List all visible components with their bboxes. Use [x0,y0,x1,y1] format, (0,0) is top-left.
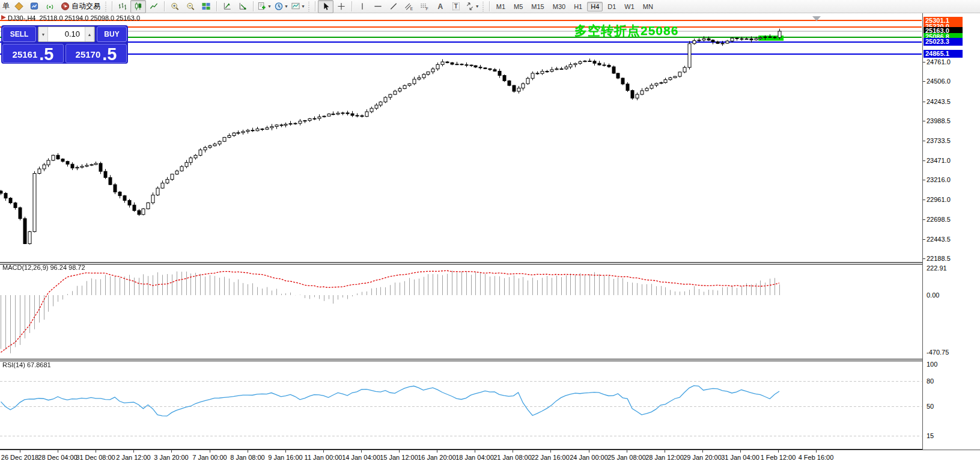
fibonacci-button[interactable]: F [417,0,433,13]
hline-icon [373,2,383,11]
template-button[interactable]: ▼ [290,0,306,13]
timeframe-mn[interactable]: MN [639,2,657,11]
price-tick-label: 22698.5 [927,216,951,223]
signals-button[interactable] [42,0,58,13]
rsi-tick-label: 15 [927,432,934,439]
trendline-button[interactable] [386,0,401,13]
add-indicator-icon [257,2,267,11]
time-tick-label: 15 Jan 12:00 [380,454,418,461]
time-tick-mark [210,450,210,453]
one-click-trading-panel: SELL ▼ 0.10 ▲ BUY 25161 .5 25170 .5 [1,25,128,64]
market-watch-button[interactable] [26,0,42,13]
buy-price-pips: .5 [102,46,117,62]
add-indicator-button[interactable]: ▼ [256,0,273,13]
time-tick-mark [58,450,58,453]
period-button[interactable]: ▼ [273,0,290,13]
template-icon [291,2,300,11]
price-tick-mark [923,141,925,141]
buy-button[interactable]: BUY [97,26,127,42]
macd-tick-label: 0.00 [927,292,939,299]
time-tick-mark [96,450,96,453]
sell-button[interactable]: SELL [2,26,36,42]
ohlc-values: 25118.0 25194.0 25098.0 25163.0 [40,14,140,22]
buy-price-main: 25170 [76,47,101,62]
order-button[interactable]: 单 [2,1,10,11]
timeframe-m15[interactable]: M15 [528,2,547,11]
timeframe-m1[interactable]: M1 [493,2,509,11]
bar-chart-button[interactable] [115,0,130,13]
horizontal-line-button[interactable] [370,0,386,13]
price-tick-label: 24243.5 [927,98,951,105]
chevron-down-icon[interactable]: ▼ [475,4,479,8]
indicator-window-icon [222,2,232,11]
candlestick-chart-button[interactable] [130,0,146,13]
timeframe-m30[interactable]: M30 [549,2,569,11]
cursor-button[interactable] [318,0,333,13]
time-tick-mark [248,450,248,453]
main-toolbar: 单 自动交易 [0,0,980,13]
toolbar-separator [489,1,490,11]
svg-text:E: E [410,7,413,11]
svg-text:F: F [426,7,428,11]
autotrading-button[interactable]: 自动交易 [58,0,103,13]
sell-price-pips: .5 [39,46,53,62]
indicator-cursor-button[interactable] [235,0,251,13]
zoom-in-button[interactable] [167,0,183,13]
time-tick-mark [778,450,779,453]
mt4-terminal: 单 自动交易 [0,0,980,464]
price-level-badge: 25023.3 [924,38,963,46]
arrows-icon [465,2,475,11]
indicator-window-button[interactable] [219,0,235,13]
timeframe-m5[interactable]: M5 [510,2,526,11]
toolbar-separator [253,1,254,11]
text-button[interactable]: A [433,0,448,13]
volume-increase-button[interactable]: ▲ [85,27,94,41]
time-tick-label: 28 Dec 04:00 [38,454,77,461]
vertical-line-button[interactable] [355,0,370,13]
tile-windows-button[interactable] [198,0,214,13]
time-tick-label: 9 Jan 16:00 [268,454,303,461]
indicator-cursor-icon [238,2,248,11]
pivot-annotation: 多空转折点25086 [574,22,678,39]
time-axis[interactable]: 26 Dec 201828 Dec 04:0031 Dec 08:002 Jan… [0,450,980,464]
timeframe-h1[interactable]: H1 [570,2,586,11]
price-level-badge: 24865.1 [924,50,963,58]
channel-button[interactable]: E [401,0,417,13]
chart-area[interactable] [0,13,923,450]
textbox-icon: T [452,2,460,10]
time-tick-mark [399,450,400,453]
sell-price[interactable]: 25161 .5 [2,44,64,63]
zoom-out-button[interactable] [183,0,198,13]
rsi-tick-label: 100 [927,361,937,368]
new-order-icon [14,2,23,11]
time-tick-mark [665,450,665,453]
line-chart-button[interactable] [146,0,162,13]
chevron-down-icon[interactable]: ▼ [301,4,305,8]
time-tick-mark [589,450,589,453]
symbol-period-label: DJ30-,H4 [8,14,35,22]
timeframe-w1[interactable]: W1 [621,2,638,11]
time-tick-mark [816,450,817,453]
chevron-down-icon[interactable]: ▼ [267,4,272,8]
market-watch-icon [29,2,39,11]
text-label-button[interactable]: T [448,0,464,13]
volume-decrease-button[interactable]: ▼ [38,27,48,41]
chevron-down-icon[interactable]: ▼ [284,4,288,8]
crosshair-button[interactable] [333,0,349,13]
new-order-button[interactable] [11,0,26,13]
time-tick-label: 8 Jan 08:00 [230,454,265,461]
arrows-button[interactable]: ▼ [464,0,481,13]
timeframe-h4[interactable]: H4 [587,2,603,11]
timeframe-d1[interactable]: D1 [604,2,619,11]
price-axis[interactable]: 24761.024506.024243.523988.523733.523471… [922,13,980,450]
toolbar-grip [105,2,108,11]
autotrading-label: 自动交易 [72,1,100,11]
buy-price[interactable]: 25170 .5 [65,44,127,63]
time-tick-label: 16 Jan 20:00 [418,454,456,461]
time-tick-label: 1 Feb 12:00 [761,454,796,461]
candlestick-icon [133,2,143,11]
price-tick-mark [923,258,925,259]
time-tick-label: 22 Jan 16:00 [531,454,570,461]
line-chart-icon [149,2,159,11]
volume-value[interactable]: 0.10 [48,27,85,41]
